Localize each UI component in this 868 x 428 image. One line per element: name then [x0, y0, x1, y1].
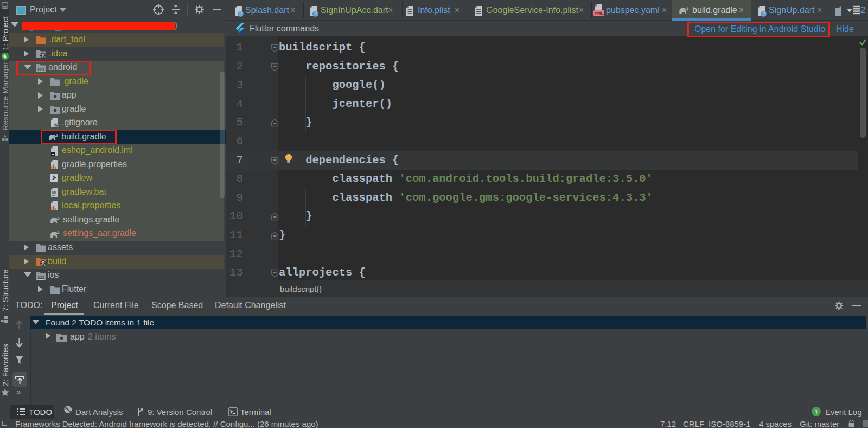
svg-text:YML: YML	[595, 11, 604, 16]
